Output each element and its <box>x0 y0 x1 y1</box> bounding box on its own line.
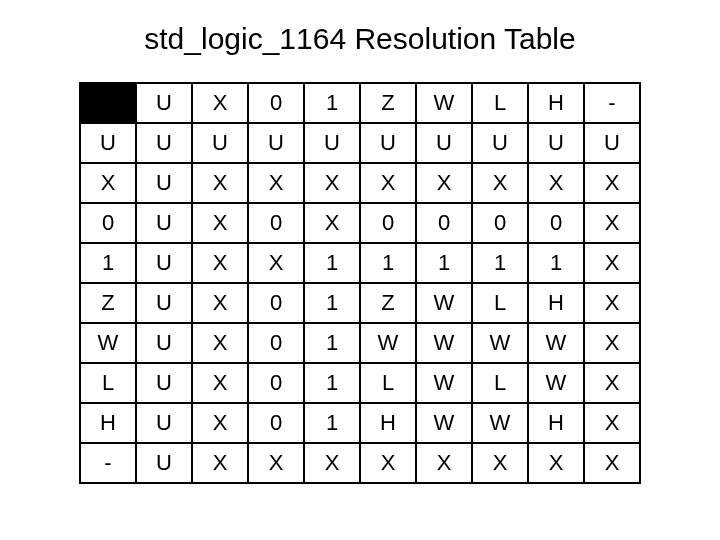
cell: 0 <box>248 323 304 363</box>
row-header: X <box>80 163 136 203</box>
cell: 0 <box>248 283 304 323</box>
cell: 0 <box>248 403 304 443</box>
cell: X <box>584 443 640 483</box>
col-header: X <box>192 83 248 123</box>
cell: 0 <box>472 203 528 243</box>
cell: U <box>136 363 192 403</box>
cell: X <box>192 403 248 443</box>
cell: X <box>472 443 528 483</box>
cell: 0 <box>528 203 584 243</box>
col-header: H <box>528 83 584 123</box>
cell: W <box>416 403 472 443</box>
cell: 1 <box>472 243 528 283</box>
cell: W <box>528 363 584 403</box>
cell: U <box>136 283 192 323</box>
cell: X <box>528 443 584 483</box>
cell: 1 <box>304 403 360 443</box>
col-header: U <box>136 83 192 123</box>
table-row: - U X X X X X X X X <box>80 443 640 483</box>
cell: X <box>584 163 640 203</box>
col-header: W <box>416 83 472 123</box>
header-row: U X 0 1 Z W L H - <box>80 83 640 123</box>
cell: X <box>360 443 416 483</box>
col-header: L <box>472 83 528 123</box>
cell: X <box>304 203 360 243</box>
table-row: X U X X X X X X X X <box>80 163 640 203</box>
table-row: 1 U X X 1 1 1 1 1 X <box>80 243 640 283</box>
cell: W <box>416 363 472 403</box>
cell: W <box>416 323 472 363</box>
cell: 0 <box>416 203 472 243</box>
row-header: 1 <box>80 243 136 283</box>
cell: U <box>136 443 192 483</box>
row-header: Z <box>80 283 136 323</box>
cell: 1 <box>416 243 472 283</box>
cell: X <box>416 443 472 483</box>
table-row: U U U U U U U U U U <box>80 123 640 163</box>
cell: U <box>472 123 528 163</box>
cell: X <box>416 163 472 203</box>
cell: H <box>528 403 584 443</box>
cell: U <box>528 123 584 163</box>
cell: X <box>192 283 248 323</box>
cell: U <box>248 123 304 163</box>
cell: U <box>360 123 416 163</box>
cell: U <box>416 123 472 163</box>
cell: W <box>472 403 528 443</box>
col-header: Z <box>360 83 416 123</box>
cell: W <box>416 283 472 323</box>
cell: H <box>528 283 584 323</box>
cell: 0 <box>248 363 304 403</box>
cell: X <box>584 323 640 363</box>
cell: X <box>248 243 304 283</box>
row-header: W <box>80 323 136 363</box>
cell: X <box>528 163 584 203</box>
cell: 1 <box>304 323 360 363</box>
cell: X <box>304 443 360 483</box>
cell: X <box>584 403 640 443</box>
cell: X <box>584 203 640 243</box>
cell: U <box>304 123 360 163</box>
table-row: Z U X 0 1 Z W L H X <box>80 283 640 323</box>
resolution-table-container: U X 0 1 Z W L H - U U U U U U U U U U X … <box>79 82 641 484</box>
col-header: 0 <box>248 83 304 123</box>
table-row: H U X 0 1 H W W H X <box>80 403 640 443</box>
cell: H <box>360 403 416 443</box>
cell: X <box>472 163 528 203</box>
cell: U <box>136 243 192 283</box>
row-header: L <box>80 363 136 403</box>
cell: U <box>584 123 640 163</box>
cell: X <box>192 163 248 203</box>
page-title: std_logic_1164 Resolution Table <box>144 22 575 56</box>
row-header: - <box>80 443 136 483</box>
cell: X <box>584 243 640 283</box>
cell: X <box>192 363 248 403</box>
row-header: H <box>80 403 136 443</box>
cell: U <box>136 203 192 243</box>
cell: 1 <box>360 243 416 283</box>
cell: X <box>192 443 248 483</box>
cell: X <box>192 203 248 243</box>
cell: L <box>472 363 528 403</box>
corner-cell <box>80 83 136 123</box>
row-header: 0 <box>80 203 136 243</box>
col-header: 1 <box>304 83 360 123</box>
cell: 1 <box>528 243 584 283</box>
cell: X <box>192 323 248 363</box>
cell: U <box>136 323 192 363</box>
cell: 1 <box>304 363 360 403</box>
table-row: 0 U X 0 X 0 0 0 0 X <box>80 203 640 243</box>
cell: X <box>584 283 640 323</box>
cell: U <box>136 403 192 443</box>
cell: U <box>192 123 248 163</box>
cell: 1 <box>304 283 360 323</box>
cell: W <box>528 323 584 363</box>
cell: 1 <box>304 243 360 283</box>
cell: X <box>248 443 304 483</box>
cell: W <box>472 323 528 363</box>
resolution-table: U X 0 1 Z W L H - U U U U U U U U U U X … <box>79 82 641 484</box>
cell: 0 <box>360 203 416 243</box>
table-row: L U X 0 1 L W L W X <box>80 363 640 403</box>
row-header: U <box>80 123 136 163</box>
cell: X <box>360 163 416 203</box>
